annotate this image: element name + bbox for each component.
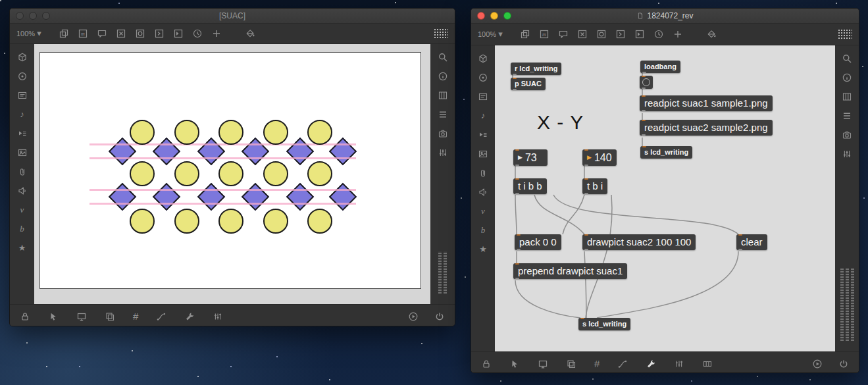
wrench-icon[interactable]: [646, 359, 656, 369]
x-box-icon[interactable]: [116, 28, 126, 39]
audio-circle-icon[interactable]: [17, 71, 28, 82]
minimize-button[interactable]: [29, 12, 37, 20]
list-icon[interactable]: [842, 111, 852, 121]
overlap-rects-icon[interactable]: [520, 29, 530, 39]
console-icon[interactable]: [478, 91, 488, 102]
snapshot-camera-icon[interactable]: [842, 130, 852, 140]
vizzie-icon[interactable]: v: [481, 206, 485, 217]
power-icon[interactable]: [838, 359, 849, 369]
list-icon[interactable]: [438, 109, 448, 120]
wrench-icon[interactable]: [184, 311, 195, 322]
object-readpict-suac2[interactable]: readpict suac2 sample2.png: [640, 120, 773, 136]
run-play-icon[interactable]: [812, 359, 823, 369]
beap-icon[interactable]: b: [481, 225, 486, 236]
search-icon[interactable]: [438, 52, 448, 63]
info-icon[interactable]: [842, 72, 852, 83]
cube-icon[interactable]: [17, 52, 28, 63]
object-prepend-drawpict[interactable]: prepend drawpict suac1: [513, 263, 627, 279]
bang-button[interactable]: [640, 76, 653, 89]
power-icon[interactable]: [434, 311, 445, 322]
message-box-icon[interactable]: [154, 28, 165, 39]
object-drawpict[interactable]: drawpict suac2 100 100: [582, 234, 696, 250]
object-clear[interactable]: clear: [736, 234, 767, 250]
keyboard-icon[interactable]: [702, 359, 713, 369]
object-box-icon[interactable]: [539, 29, 549, 39]
number-box-icon[interactable]: [634, 29, 645, 39]
clock-icon[interactable]: [653, 29, 664, 39]
speaker-icon[interactable]: [478, 187, 488, 197]
x-box-icon[interactable]: [577, 29, 588, 39]
clock-icon[interactable]: [192, 28, 203, 39]
message-box-icon[interactable]: [615, 29, 626, 39]
mixer-icon[interactable]: [674, 359, 684, 369]
object-pack[interactable]: pack 0 0: [515, 234, 561, 250]
run-play-icon[interactable]: [408, 311, 419, 322]
number-box-73[interactable]: ▶ 73: [513, 149, 548, 166]
comment-icon[interactable]: [97, 28, 107, 39]
playlist-icon[interactable]: [17, 128, 28, 139]
object-readpict-suac1[interactable]: readpict suac1 sample1.png: [640, 95, 773, 111]
audio-circle-icon[interactable]: [478, 72, 488, 83]
add-icon[interactable]: [673, 29, 683, 39]
object-palette-grid-icon[interactable]: [838, 29, 852, 39]
paperclip-icon[interactable]: [17, 167, 28, 177]
faders-icon[interactable]: [842, 149, 852, 159]
object-loadbang[interactable]: loadbang: [640, 61, 680, 73]
console-icon[interactable]: [17, 90, 28, 101]
minimize-button[interactable]: [490, 12, 498, 20]
paint-bucket-icon[interactable]: [706, 29, 717, 39]
titlebar[interactable]: [SUAC]: [10, 9, 455, 24]
zoom-button[interactable]: [42, 12, 50, 20]
overlap-rects-icon[interactable]: [59, 28, 69, 39]
info-icon[interactable]: [438, 71, 448, 82]
cube-icon[interactable]: [478, 53, 488, 64]
zoom-button[interactable]: [503, 12, 511, 20]
picture-icon[interactable]: [17, 147, 28, 158]
favorites-star-icon[interactable]: ★: [18, 243, 26, 253]
close-button[interactable]: [477, 12, 485, 20]
zoom-control[interactable]: 100% ▾: [478, 29, 503, 39]
comment-x-y[interactable]: X - Y: [537, 111, 584, 134]
patch-cords-icon[interactable]: [617, 359, 628, 369]
playlist-icon[interactable]: [478, 130, 488, 140]
object-t-ibb[interactable]: t i b b: [513, 178, 547, 194]
button-box-icon[interactable]: [596, 29, 607, 39]
snapshot-camera-icon[interactable]: [438, 128, 448, 139]
columns-icon[interactable]: [842, 91, 852, 102]
vizzie-icon[interactable]: v: [20, 205, 24, 215]
mixer-icon[interactable]: [213, 311, 223, 322]
speaker-icon[interactable]: [17, 186, 28, 196]
beap-icon[interactable]: b: [20, 224, 24, 234]
lcd-display[interactable]: [39, 52, 421, 289]
paint-bucket-icon[interactable]: [245, 28, 255, 39]
object-palette-grid-icon[interactable]: [434, 28, 448, 39]
add-icon[interactable]: [211, 28, 222, 39]
comment-icon[interactable]: [558, 29, 569, 39]
close-button[interactable]: [16, 12, 24, 20]
paperclip-icon[interactable]: [478, 168, 488, 178]
number-box-icon[interactable]: [173, 28, 184, 39]
lock-icon[interactable]: [20, 311, 30, 322]
layers-icon[interactable]: [105, 311, 115, 322]
select-arrow-icon[interactable]: [509, 359, 520, 369]
object-p-suac[interactable]: p SUAC: [511, 78, 546, 90]
presentation-icon[interactable]: [538, 359, 548, 369]
favorites-star-icon[interactable]: ★: [479, 244, 487, 255]
button-box-icon[interactable]: [135, 28, 145, 39]
object-s-lcd-writing-top[interactable]: s lcd_writing: [640, 146, 692, 159]
object-box-icon[interactable]: [78, 28, 88, 39]
lock-icon[interactable]: [481, 359, 492, 369]
grid-icon[interactable]: #: [133, 311, 138, 322]
zoom-control[interactable]: 100% ▾: [16, 28, 41, 39]
presentation-icon[interactable]: [76, 311, 87, 322]
search-icon[interactable]: [842, 53, 852, 64]
object-t-bi[interactable]: t b i: [582, 178, 607, 194]
layers-icon[interactable]: [566, 359, 576, 369]
titlebar[interactable]: 1824072_rev: [471, 9, 859, 24]
select-arrow-icon[interactable]: [48, 311, 59, 322]
faders-icon[interactable]: [438, 147, 448, 158]
music-note-icon[interactable]: ♪: [20, 109, 24, 120]
object-s-lcd-writing-bottom[interactable]: s lcd_writing: [578, 318, 630, 330]
patcher-canvas[interactable]: [34, 44, 430, 304]
picture-icon[interactable]: [478, 149, 488, 159]
